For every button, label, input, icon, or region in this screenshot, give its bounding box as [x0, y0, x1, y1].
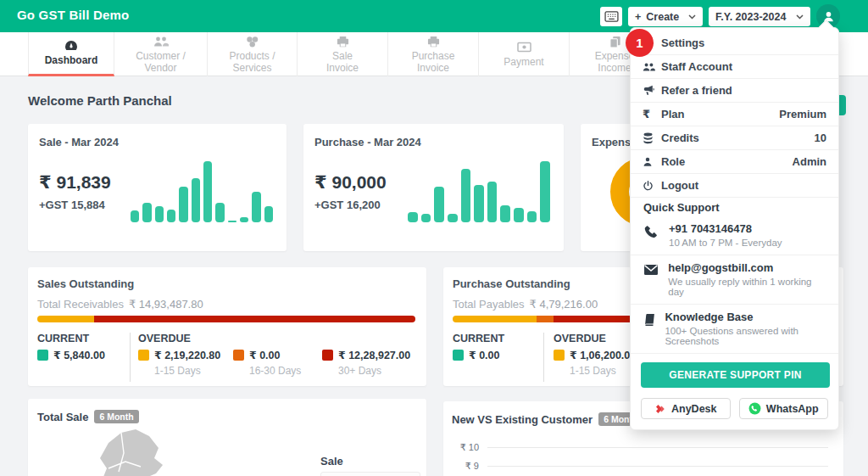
- chart-bar: [487, 182, 498, 222]
- users-icon: [153, 35, 169, 48]
- card-title: Purchase - Mar 2024: [314, 136, 421, 148]
- chart-bar: [527, 211, 537, 222]
- sale-summary-card: Sale - Mar 2024 ₹ 91,839 +GST 15,884: [28, 124, 287, 251]
- india-map[interactable]: [75, 424, 185, 476]
- page-title: Welcome Parth Panchal: [28, 93, 172, 108]
- anydesk-button[interactable]: AnyDesk: [641, 398, 731, 419]
- rupee-icon: ₹: [643, 108, 661, 120]
- fiscal-year-select[interactable]: F.Y. 2023-2024: [709, 7, 810, 26]
- legend-value: ₹ 2,19,220.80: [154, 349, 220, 361]
- legend-period: 30+ Days: [338, 365, 410, 377]
- chart-bar: [203, 161, 212, 222]
- phone-icon: [643, 222, 669, 248]
- tab-label: Dashboard: [40, 55, 103, 66]
- chart-bar: [192, 178, 200, 222]
- current-heading: CURRENT: [453, 333, 504, 344]
- support-knowledge-base-item[interactable]: Knowledge Base 100+ Questions answered w…: [631, 305, 838, 354]
- money-icon: [517, 41, 531, 54]
- quick-support-heading: Quick Support: [631, 198, 838, 216]
- tab-label: Customer / Vendor: [114, 51, 207, 73]
- cubes-icon: [245, 35, 259, 48]
- legend-value: ₹ 0.00: [249, 349, 281, 361]
- legend-30plus: ₹ 12,28,927.00 30+ Days: [322, 349, 410, 377]
- y-axis-tick: ₹ 9: [450, 461, 479, 472]
- menu-item-settings[interactable]: Settings: [631, 31, 838, 55]
- total-payables-value: ₹ 4,79,216.00: [530, 298, 598, 311]
- chart-bar: [421, 214, 431, 222]
- tab-purchase-invoice[interactable]: Purchase Invoice: [388, 32, 479, 76]
- menu-item-credits[interactable]: Credits 10: [631, 126, 838, 150]
- overdue-heading: OVERDUE: [554, 333, 606, 344]
- progress-segment: [453, 316, 537, 322]
- account-dropdown-menu: 1 Settings Staff Account Refer a friend …: [630, 27, 839, 430]
- menu-item-logout[interactable]: Logout: [631, 174, 838, 198]
- menu-item-label: Refer a friend: [661, 84, 732, 97]
- dashboard-icon: [64, 39, 78, 53]
- map-legend-box: [320, 472, 420, 476]
- create-button-label: Create: [646, 11, 679, 23]
- chart-bar: [434, 187, 444, 222]
- total-payables-label: Total Payables: [453, 298, 525, 311]
- purchase-amount: ₹ 90,000: [314, 172, 387, 193]
- whatsapp-button[interactable]: WhatsApp: [739, 398, 829, 419]
- sale-gst: +GST 15,884: [39, 199, 105, 211]
- total-receivables-label: Total Receivables: [37, 298, 124, 311]
- map-series-label: Sale: [320, 455, 343, 468]
- book-icon: [643, 311, 665, 346]
- menu-item-staff-account[interactable]: Staff Account: [631, 55, 838, 79]
- menu-item-label: Plan: [661, 108, 684, 120]
- purchase-gst: +GST 16,200: [314, 199, 381, 211]
- legend-period: 1-15 Days: [154, 365, 220, 377]
- receivables-progress-bar: [37, 316, 415, 322]
- legend-swatch: [322, 350, 333, 361]
- users-icon: [643, 62, 661, 72]
- plus-icon: +: [635, 11, 641, 23]
- sales-outstanding-card: Sales Outstanding Total Receivables₹ 14,…: [28, 267, 426, 386]
- total-receivables: Total Receivables₹ 14,93,487.80: [37, 298, 203, 311]
- card-title: Purchase Outstanding: [453, 277, 570, 290]
- tab-customer-vendor[interactable]: Customer / Vendor: [114, 32, 208, 76]
- menu-item-value: Premium: [779, 108, 826, 120]
- card-title: Sales Outstanding: [37, 277, 134, 290]
- card-title: New VS Existing Customer: [452, 413, 593, 426]
- notification-badge: 1: [626, 29, 654, 57]
- chart-bar: [264, 206, 273, 222]
- chevron-down-icon: [688, 14, 696, 20]
- support-kb-note: 100+ Questions answered with Screenshots: [665, 326, 826, 346]
- user-icon: [643, 156, 661, 167]
- chart-bar: [461, 169, 471, 222]
- progress-segment: [537, 316, 554, 322]
- anydesk-icon: [654, 404, 666, 414]
- legend-period: 16-30 Days: [249, 365, 301, 377]
- card-title: Total Sale: [37, 411, 88, 423]
- support-kb-text: Knowledge Base 100+ Questions answered w…: [665, 311, 826, 346]
- menu-item-role[interactable]: Role Admin: [631, 150, 838, 174]
- progress-segment: [94, 316, 415, 322]
- legend-1-15: ₹ 2,19,220.80 1-15 Days: [138, 349, 220, 377]
- menu-item-label: Logout: [661, 179, 698, 192]
- legend-divider: [543, 333, 544, 382]
- legend-swatch: [138, 350, 149, 361]
- tab-dashboard[interactable]: Dashboard: [28, 32, 114, 76]
- support-email-item[interactable]: help@gogstbill.com We usually reply with…: [631, 255, 838, 305]
- total-payables: Total Payables₹ 4,79,216.00: [453, 298, 598, 311]
- generate-support-pin-button[interactable]: GENERATE SUPPORT PIN: [641, 362, 830, 388]
- keyboard-shortcuts-button[interactable]: [600, 7, 622, 26]
- support-phone-number: +91 7043146478: [669, 222, 782, 235]
- legend-divider: [130, 333, 131, 382]
- menu-item-refer-friend[interactable]: Refer a friend: [631, 79, 838, 103]
- tab-sale-invoice[interactable]: Sale Invoice: [298, 32, 388, 76]
- chevron-down-icon: [796, 14, 804, 20]
- support-email-text: help@gogstbill.com We usually reply with…: [668, 261, 826, 297]
- create-button[interactable]: + Create: [628, 7, 703, 26]
- legend-1-15: ₹ 1,06,200.00 1-15 Days: [554, 349, 636, 377]
- tab-products-services[interactable]: Products / Services: [208, 32, 298, 76]
- menu-item-plan[interactable]: ₹ Plan Premium: [631, 103, 838, 126]
- legend-swatch: [37, 350, 48, 361]
- envelope-icon: [643, 261, 668, 297]
- tab-payment[interactable]: Payment: [479, 32, 570, 76]
- menu-item-label: Role: [661, 155, 685, 168]
- support-phone-item[interactable]: +91 7043146478 10 AM to 7 PM - Everyday: [631, 216, 838, 255]
- legend-period: 1-15 Days: [570, 365, 636, 377]
- legend-value: ₹ 1,06,200.00: [570, 349, 636, 361]
